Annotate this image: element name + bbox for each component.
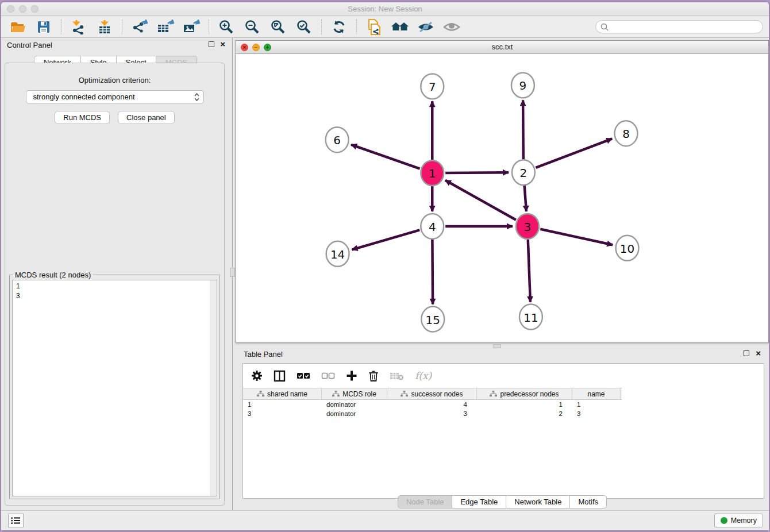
search-field[interactable] [595, 20, 763, 33]
zoom-fit-icon[interactable] [267, 18, 289, 36]
criterion-select[interactable]: strongly connected component [26, 90, 204, 103]
workspace: Control Panel × NetworkStyleSelectMCDS O… [1, 38, 769, 510]
zoom-in-icon[interactable] [215, 18, 237, 36]
open-session-icon[interactable] [7, 18, 29, 36]
table-toolbar: f(x) [243, 364, 764, 388]
float-panel-icon[interactable] [209, 41, 214, 47]
table-cell[interactable]: 3 [572, 409, 621, 418]
select-all-checkboxes-icon[interactable] [297, 372, 310, 380]
result-line: 1 [16, 282, 217, 291]
network-window-titlebar[interactable]: × − + scc.txt [236, 41, 768, 54]
svg-text:8: 8 [622, 127, 630, 141]
table-cell[interactable]: dominator [322, 409, 387, 418]
graph-node-11[interactable]: 11 [519, 304, 542, 330]
show-graphics-details-icon[interactable] [441, 18, 463, 36]
table-cell[interactable]: dominator [322, 400, 387, 409]
graph-node-6[interactable]: 6 [326, 127, 349, 152]
export-image-icon[interactable] [180, 18, 202, 36]
export-table-icon[interactable] [155, 18, 176, 36]
delete-table-icon[interactable] [390, 371, 404, 381]
column-header-shared-name[interactable]: shared name [243, 388, 322, 399]
graph-edge-4-15[interactable] [432, 240, 433, 304]
table-cell[interactable]: 1 [572, 400, 621, 409]
column-header-name[interactable]: name [572, 388, 621, 399]
column-header-successor-nodes[interactable]: successor nodes [387, 388, 477, 399]
settings-icon[interactable] [251, 370, 263, 381]
minimize-window-button[interactable] [19, 5, 26, 13]
import-network-icon[interactable] [68, 18, 90, 36]
zoom-selected-icon[interactable] [293, 18, 315, 36]
close-panel-button[interactable]: Close panel [118, 111, 175, 124]
graph-edge-3-10[interactable] [540, 229, 613, 245]
delete-column-icon[interactable] [368, 370, 379, 382]
home-view-icon[interactable] [389, 18, 411, 36]
tab-node-table[interactable]: Node Table [398, 495, 453, 508]
network-close-icon[interactable]: × [241, 44, 248, 51]
column-layout-icon[interactable] [274, 370, 286, 382]
save-session-icon[interactable] [33, 18, 55, 36]
hide-graphics-details-icon[interactable] [415, 18, 437, 36]
tab-motifs[interactable]: Motifs [570, 495, 607, 508]
memory-button[interactable]: Memory [714, 514, 763, 527]
graph-edge-2-9[interactable] [523, 100, 523, 159]
graph-node-9[interactable]: 9 [511, 72, 534, 98]
table-cell[interactable]: 4 [387, 400, 477, 409]
refresh-layout-icon[interactable] [328, 18, 350, 36]
close-window-button[interactable] [7, 5, 14, 13]
zoom-window-button[interactable] [31, 5, 38, 13]
graph-node-14[interactable]: 14 [326, 241, 349, 267]
graph-node-4[interactable]: 4 [421, 214, 444, 239]
float-table-panel-icon[interactable] [744, 350, 749, 356]
table-panel: Table Panel × [236, 347, 769, 510]
export-network-icon[interactable] [129, 18, 151, 36]
column-header-predecessor-nodes[interactable]: predecessor nodes [477, 388, 572, 399]
graph-node-3[interactable]: 3 [516, 214, 539, 239]
tab-network-table[interactable]: Network Table [506, 495, 570, 508]
zoom-out-icon[interactable] [241, 18, 263, 36]
table-tabs: Node TableEdge TableNetwork TableMotifs [236, 495, 769, 508]
import-table-icon[interactable] [94, 18, 116, 36]
graph-node-15[interactable]: 15 [421, 307, 444, 332]
toolbar-separator [356, 20, 357, 34]
graph-edge-3-1[interactable] [445, 180, 516, 220]
graph-node-1[interactable]: 1 [421, 160, 444, 186]
memory-label: Memory [731, 516, 757, 525]
column-header-MCDS-role[interactable]: MCDS role [322, 388, 387, 399]
function-builder-icon[interactable]: f(x) [415, 370, 432, 381]
close-table-panel-icon[interactable]: × [756, 350, 761, 356]
tab-edge-table[interactable]: Edge Table [452, 495, 506, 508]
mcds-result-text[interactable]: 13 [12, 280, 217, 496]
graph-node-10[interactable]: 10 [616, 236, 639, 261]
network-minimize-icon[interactable]: − [252, 44, 260, 51]
table-cell[interactable]: 1 [243, 400, 322, 409]
mcds-result-title: MCDS result (2 nodes) [13, 271, 93, 279]
table-cell[interactable]: 3 [243, 409, 322, 418]
graph-edge-2-3[interactable] [525, 186, 526, 211]
graph-edge-3-11[interactable] [528, 240, 530, 302]
graph-edge-1-6[interactable] [351, 145, 419, 169]
graph-edge-4-14[interactable] [352, 230, 420, 249]
svg-text:11: 11 [523, 311, 538, 325]
graph-node-2[interactable]: 2 [512, 160, 535, 185]
clone-network-icon[interactable] [363, 18, 385, 36]
network-maximize-icon[interactable]: + [264, 44, 271, 51]
table-cell[interactable]: 2 [477, 409, 572, 418]
search-input[interactable] [611, 23, 758, 31]
table-cell[interactable]: 1 [477, 400, 572, 409]
toolbar-separator [122, 20, 122, 34]
graph-edge-2-8[interactable] [536, 138, 612, 167]
run-mcds-button[interactable]: Run MCDS [55, 111, 110, 124]
network-graph-canvas[interactable]: 7968124314101511 [236, 54, 768, 342]
task-history-button[interactable] [8, 514, 24, 527]
graph-node-8[interactable]: 8 [615, 121, 638, 146]
close-panel-icon[interactable]: × [220, 41, 225, 47]
deselect-all-checkboxes-icon[interactable] [321, 372, 335, 380]
graph-edge-1-2[interactable] [445, 172, 509, 173]
add-column-icon[interactable] [346, 370, 357, 381]
table-cell[interactable]: 3 [387, 409, 477, 418]
table-row[interactable]: 1dominator411 [243, 400, 764, 409]
graph-node-7[interactable]: 7 [421, 74, 444, 99]
vertical-splitter-handle[interactable] [230, 268, 235, 277]
result-scrollbar[interactable] [210, 280, 217, 496]
table-row[interactable]: 3dominator323 [243, 409, 764, 418]
